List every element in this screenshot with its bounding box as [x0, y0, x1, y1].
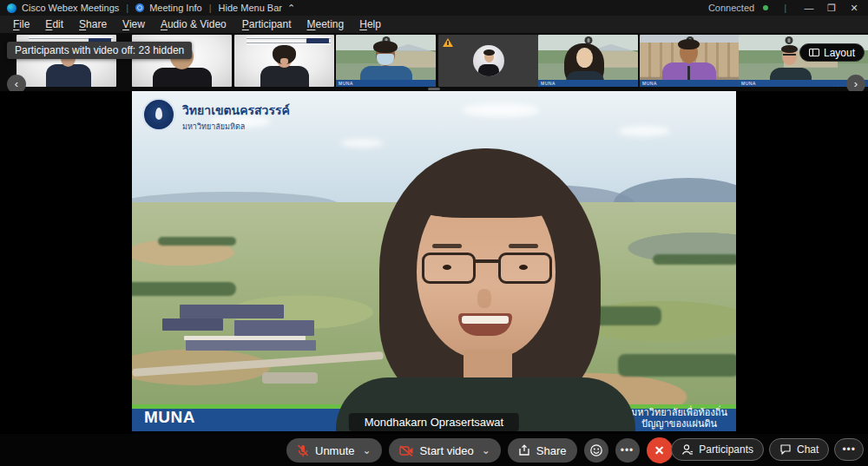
participant-video[interactable] [438, 35, 538, 87]
more-icon: ••• [842, 443, 856, 456]
tree-cluster [618, 354, 736, 377]
speaker [332, 141, 635, 431]
leave-meeting-button[interactable]: ✕ [647, 437, 673, 463]
separator: | [126, 3, 128, 13]
participant-video[interactable]: MUNA [336, 35, 436, 87]
share-label: Share [536, 444, 567, 457]
brand-name: MUNA [144, 408, 195, 427]
title-bar: Cisco Webex Meetings | Meeting Info | Hi… [0, 0, 868, 16]
menu-edit[interactable]: Edit [37, 16, 71, 32]
separator: | [784, 3, 786, 13]
parking-lot [262, 372, 318, 384]
share-button[interactable]: Share [508, 438, 577, 463]
tree-cluster [653, 254, 736, 265]
participant-head [576, 48, 593, 68]
start-video-label: Start video [420, 444, 474, 457]
building-roof [234, 320, 314, 336]
warning-icon [443, 38, 453, 47]
minimize-button[interactable]: — [802, 3, 816, 13]
participant-body [260, 66, 309, 87]
avatar [473, 45, 504, 76]
hide-menu-bar-label: Hide Menu Bar [219, 3, 282, 13]
meeting-info-icon [135, 3, 144, 12]
thumb-brand-strip: MUNA [640, 80, 740, 87]
mic-off-icon [297, 444, 309, 457]
restore-button[interactable]: ❐ [825, 3, 838, 14]
smiley-icon [589, 443, 603, 457]
close-button[interactable]: ✕ [847, 3, 861, 14]
participant-hair [781, 45, 798, 53]
webex-window: Cisco Webex Meetings | Meeting Info | Hi… [0, 0, 868, 466]
participant-video[interactable] [234, 35, 334, 87]
unmute-button[interactable]: Unmute ⌄ [286, 438, 382, 463]
speaker-name-label: Mondhakarn Oprasertsawat [349, 413, 519, 431]
chevron-left-icon: ‹ [15, 77, 18, 90]
muted-indicator-icon [785, 36, 792, 44]
chat-label: Chat [797, 443, 819, 456]
camera-off-icon [399, 445, 414, 456]
participant-filmstrip: MUNA MUNA MUNA [0, 33, 868, 91]
chevron-down-icon[interactable]: ⌄ [363, 444, 372, 456]
layout-button[interactable]: Layout [799, 43, 865, 62]
menu-audio-video[interactable]: Audio & Video [153, 16, 234, 32]
video-off-tooltip: Participants with video off: 23 hidden [7, 42, 192, 59]
chevron-down-icon[interactable]: ⌄ [482, 444, 490, 456]
participant-face [280, 58, 288, 64]
main-stage: MUNA มหาวิทยาลัยเพื่อท้องถิ่น ปัญญาของแผ… [0, 91, 868, 434]
participant-body [46, 64, 91, 87]
brand-tagline: มหาวิทยาลัยเพื่อท้องถิ่น ปัญญาของแผ่นดิน [631, 407, 727, 430]
menu-share[interactable]: Share [71, 16, 115, 32]
control-bar: Unmute ⌄ Start video ⌄ Share [0, 434, 868, 466]
glasses [783, 54, 796, 57]
menu-help[interactable]: Help [352, 16, 389, 32]
unmute-label: Unmute [315, 444, 355, 457]
university-emblem-icon [142, 98, 175, 131]
campus-logo: วิทยาเขตนครสวรรค์ มหาวิทยาลัยมหิดล [142, 98, 290, 133]
meeting-info-label: Meeting Info [149, 3, 202, 13]
start-video-button[interactable]: Start video ⌄ [389, 438, 501, 463]
tree-cluster [158, 237, 236, 246]
cloud [618, 126, 670, 136]
app-title: Cisco Webex Meetings [22, 3, 119, 13]
tagline-line1: มหาวิทยาลัยเพื่อท้องถิ่น [631, 407, 727, 418]
menu-view[interactable]: View [115, 16, 153, 32]
chat-panel-button[interactable]: Chat [769, 438, 829, 461]
participants-icon [681, 443, 694, 456]
hide-menu-bar-button[interactable]: Hide Menu Bar ⌃ [219, 3, 296, 14]
building-roof [180, 305, 284, 318]
participants-label: Participants [699, 443, 753, 456]
scroll-left-button[interactable]: ‹ [7, 75, 26, 91]
close-icon: ✕ [654, 443, 665, 457]
speaker-nose [477, 289, 491, 308]
share-icon [518, 444, 530, 456]
participant-video[interactable]: MUNA [538, 35, 638, 87]
more-options-button[interactable]: ••• [615, 438, 640, 463]
speaker-eyebrow [432, 244, 462, 248]
layout-label: Layout [824, 47, 855, 59]
more-panels-button[interactable]: ••• [834, 438, 864, 461]
thumb-brand-strip: MUNA [336, 80, 436, 87]
active-speaker-video[interactable]: MUNA มหาวิทยาลัยเพื่อท้องถิ่น ปัญญาของแผ… [132, 91, 736, 431]
speaker-glasses [422, 253, 552, 286]
thumb-brand-strip: MUNA [538, 80, 638, 87]
connection-status: Connected [708, 3, 754, 13]
speaker-smile [458, 313, 512, 336]
menu-participant[interactable]: Participant [234, 16, 299, 32]
face-mask [377, 54, 394, 65]
scroll-right-button[interactable]: › [846, 75, 865, 91]
menu-meeting[interactable]: Meeting [299, 16, 352, 32]
participant-video[interactable]: MUNA [640, 35, 740, 87]
participants-panel-button[interactable]: Participants [671, 438, 764, 461]
webex-logo-icon [7, 3, 16, 13]
tagline-line2: ปัญญาของแผ่นดิน [631, 418, 727, 430]
speaker-eyebrow [509, 244, 538, 248]
filmstrip-resize-handle[interactable] [428, 88, 440, 90]
menu-file[interactable]: File [5, 16, 37, 32]
chevron-right-icon: › [854, 77, 858, 90]
building-roof [186, 340, 316, 351]
meeting-info-button[interactable]: Meeting Info [135, 3, 202, 13]
more-icon: ••• [621, 444, 635, 456]
university-name: มหาวิทยาลัยมหิดล [182, 121, 290, 133]
connected-dot-icon [763, 5, 768, 10]
reactions-button[interactable] [584, 438, 608, 463]
